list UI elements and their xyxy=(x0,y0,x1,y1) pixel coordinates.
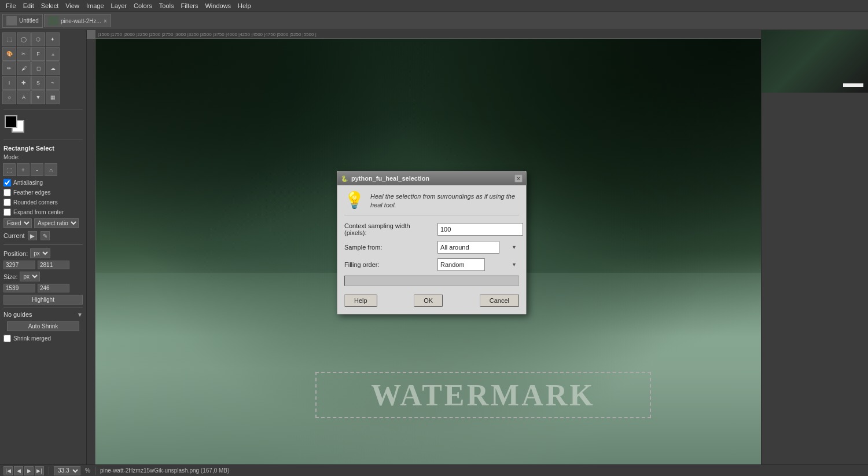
rounded-label: Rounded corners xyxy=(13,199,58,206)
mode-subtract[interactable]: - xyxy=(31,163,43,176)
position-unit-select[interactable]: px xyxy=(30,248,50,258)
mode-add[interactable]: + xyxy=(17,163,30,176)
tool-paths[interactable]: ⟁ xyxy=(46,47,60,61)
feather-option: Feather edges xyxy=(0,188,86,197)
shrink-merged-label: Shrink merged xyxy=(13,335,51,342)
current-edit[interactable]: ✎ xyxy=(41,231,50,240)
tool-divider-1 xyxy=(3,109,83,109)
position-y-input[interactable] xyxy=(38,261,69,269)
antialiasing-option: Antialiasing xyxy=(0,178,86,188)
right-panel: Layers Channels Paths Mode Normal Opacit… xyxy=(761,12,868,476)
color-area xyxy=(0,112,86,137)
sample-from-label: Sample from: xyxy=(344,244,434,251)
tab-untitled[interactable]: Untitled xyxy=(2,14,43,28)
menu-view[interactable]: View xyxy=(62,2,83,10)
tool-scissors[interactable]: ✂ xyxy=(17,47,31,61)
highlight-btn[interactable]: Highlight xyxy=(3,295,83,305)
filling-order-select[interactable]: Random From center From edges Rows Colum… xyxy=(437,258,485,271)
mode-intersect[interactable]: ∩ xyxy=(45,163,57,176)
size-label: Size: xyxy=(3,273,17,280)
fixed-select[interactable]: Fixed xyxy=(3,218,32,228)
size-values-row xyxy=(0,283,86,294)
dialog-info-row: 💡 Heal the selection from surroundings a… xyxy=(344,192,519,215)
antialiasing-checkbox[interactable] xyxy=(3,179,11,186)
position-x-input[interactable] xyxy=(3,261,35,269)
mode-replace[interactable]: ⬚ xyxy=(3,163,16,176)
dialog-close-button[interactable]: × xyxy=(514,174,523,182)
toolbox: ⬚ ◯ ⬡ ✦ 🎨 ✂ F ⟁ ✏ 🖌 ◻ ☁ I ✚ S ~ ☼ A ▼ ▦ … xyxy=(0,30,87,464)
menu-windows[interactable]: Windows xyxy=(201,2,234,10)
feather-checkbox[interactable] xyxy=(3,189,11,196)
menu-help[interactable]: Help xyxy=(234,2,255,10)
tool-pencil[interactable]: ✏ xyxy=(2,61,16,75)
tool-ellipse-select[interactable]: ◯ xyxy=(17,32,31,46)
help-button[interactable]: Help xyxy=(344,294,377,307)
nav-first-btn[interactable]: |◀ xyxy=(3,466,13,475)
tool-free-select[interactable]: ⬡ xyxy=(31,32,45,46)
ok-button[interactable]: OK xyxy=(414,294,443,307)
tool-bucket[interactable]: ▼ xyxy=(31,90,45,104)
tool-foreground[interactable]: F xyxy=(31,47,45,61)
tool-options-title: Rectangle Select xyxy=(0,142,86,153)
tool-text[interactable]: A xyxy=(17,90,31,104)
menu-filters[interactable]: Filters xyxy=(178,2,202,10)
tool-smudge[interactable]: ~ xyxy=(46,76,60,90)
ruler-vertical xyxy=(87,39,95,464)
tool-eraser[interactable]: ◻ xyxy=(31,61,45,75)
auto-shrink-btn[interactable]: Auto Shrink xyxy=(7,321,79,331)
tool-heal[interactable]: ✚ xyxy=(17,76,31,90)
menu-select[interactable]: Select xyxy=(38,2,62,10)
tool-airbrush[interactable]: ☁ xyxy=(46,61,60,75)
watermark-text: WATERMARK xyxy=(371,378,595,412)
tool-ink[interactable]: I xyxy=(2,76,16,90)
sample-from-wrapper: All around Sides Above and below Left an… xyxy=(437,241,519,254)
size-h-input[interactable] xyxy=(38,284,69,292)
current-label: Current xyxy=(3,232,25,239)
size-unit-select[interactable]: px xyxy=(20,272,40,281)
tab-icon-image xyxy=(48,16,58,25)
tool-clone[interactable]: S xyxy=(31,76,45,90)
nav-last-btn[interactable]: ▶| xyxy=(35,466,44,475)
size-w-input[interactable] xyxy=(3,284,35,292)
tab-close-image[interactable]: × xyxy=(104,18,107,24)
shrink-merged-checkbox[interactable] xyxy=(3,335,11,342)
dialog-title-icon: 🐍 xyxy=(341,175,348,182)
dialog-buttons: Help OK Cancel xyxy=(344,292,519,307)
menu-image[interactable]: Image xyxy=(83,2,108,10)
zoom-select[interactable]: 33.3 xyxy=(54,466,80,475)
menu-layer[interactable]: Layer xyxy=(108,2,131,10)
tool-fuzzy-select[interactable]: ✦ xyxy=(46,32,60,46)
expand-checkbox[interactable] xyxy=(3,208,11,216)
heal-selection-dialog[interactable]: 🐍 python_fu_heal_selection × 💡 Heal the … xyxy=(337,171,527,314)
tool-gradient[interactable]: ▦ xyxy=(46,90,60,104)
current-row: Current ▶ ✎ xyxy=(0,229,86,242)
tool-by-color[interactable]: 🎨 xyxy=(2,47,16,61)
tool-rect-select[interactable]: ⬚ xyxy=(2,32,16,46)
zoom-unit: % xyxy=(85,467,90,474)
fixed-row: Fixed Aspect ratio xyxy=(0,217,86,229)
menu-tools[interactable]: Tools xyxy=(156,2,178,10)
guides-row[interactable]: No guides ▼ xyxy=(0,310,86,319)
aspect-select[interactable]: Aspect ratio xyxy=(34,218,79,228)
expand-label: Expand from center xyxy=(13,209,64,215)
nav-prev-btn[interactable]: ◀ xyxy=(14,466,23,475)
dialog-description: Heal the selection from surroundings as … xyxy=(370,192,519,210)
tool-paintbrush[interactable]: 🖌 xyxy=(17,61,31,75)
tool-dodge-burn[interactable]: ☼ xyxy=(2,90,16,104)
foreground-color-swatch[interactable] xyxy=(5,115,17,128)
tab-image[interactable]: pine-watt-2Hz... × xyxy=(44,14,111,27)
watermark-selection: WATERMARK xyxy=(315,372,651,418)
nav-next-btn[interactable]: ▶ xyxy=(24,466,34,475)
status-separator-2 xyxy=(95,467,95,475)
bulb-icon: 💡 xyxy=(344,192,365,208)
current-action[interactable]: ▶ xyxy=(28,231,37,240)
context-sampling-input[interactable] xyxy=(437,223,523,236)
menu-file[interactable]: File xyxy=(2,2,20,10)
menu-edit[interactable]: Edit xyxy=(20,2,38,10)
sample-from-select[interactable]: All around Sides Above and below Left an… xyxy=(437,241,499,254)
rounded-checkbox[interactable] xyxy=(3,199,11,206)
tab-label-image: pine-watt-2Hz... xyxy=(61,18,101,24)
menu-colors[interactable]: Colors xyxy=(130,2,156,10)
cancel-button[interactable]: Cancel xyxy=(480,294,519,307)
filling-order-row: Filling order: Random From center From e… xyxy=(344,258,519,271)
